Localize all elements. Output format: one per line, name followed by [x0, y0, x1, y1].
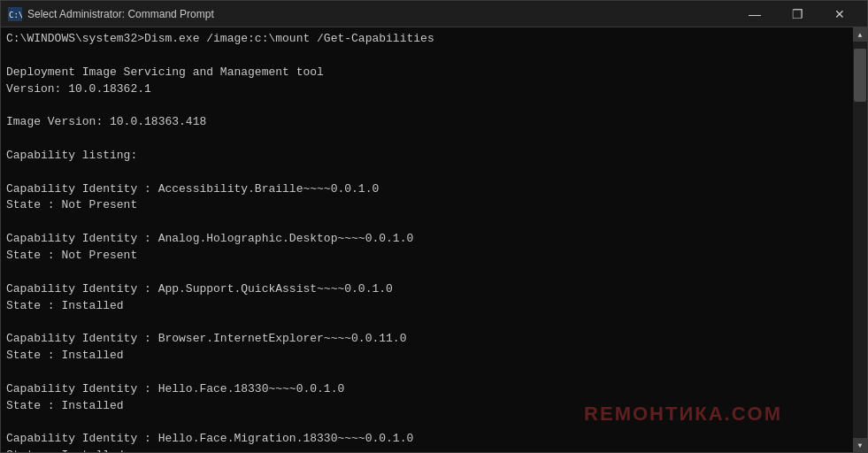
minimize-button[interactable]: — — [734, 1, 775, 27]
svg-text:C:\: C:\ — [9, 11, 22, 19]
scroll-down-arrow[interactable]: ▼ — [853, 438, 867, 452]
maximize-button[interactable]: ❐ — [777, 1, 818, 27]
scroll-thumb[interactable] — [854, 49, 866, 102]
close-button[interactable]: ✕ — [819, 1, 860, 27]
console-wrapper: C:\WINDOWS\system32>Dism.exe /image:c:\m… — [1, 27, 853, 452]
scrollbar[interactable]: ▲ ▼ — [853, 27, 867, 452]
scroll-track[interactable] — [853, 42, 867, 438]
scroll-up-arrow[interactable]: ▲ — [853, 27, 867, 42]
console-content[interactable]: C:\WINDOWS\system32>Dism.exe /image:c:\m… — [1, 27, 853, 452]
window-title: Select Administrator: Command Prompt — [27, 8, 214, 20]
title-bar: C:\ Select Administrator: Command Prompt… — [1, 1, 867, 27]
title-bar-controls: — ❐ ✕ — [734, 1, 860, 27]
console-body: C:\WINDOWS\system32>Dism.exe /image:c:\m… — [1, 27, 867, 452]
cmd-icon: C:\ — [8, 7, 22, 21]
window: C:\ Select Administrator: Command Prompt… — [0, 0, 868, 453]
title-bar-left: C:\ Select Administrator: Command Prompt — [8, 7, 214, 21]
